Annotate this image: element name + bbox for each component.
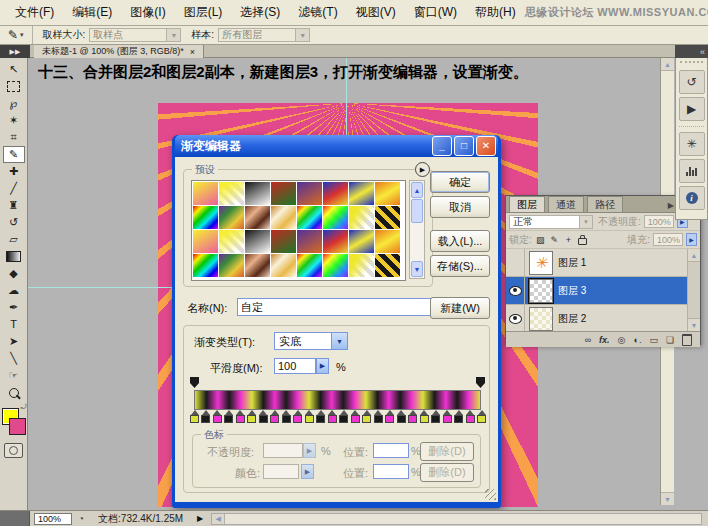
zoom-level-input[interactable]: 100%: [34, 513, 72, 525]
opacity-value[interactable]: 100%: [644, 215, 674, 228]
color-stop[interactable]: [443, 410, 452, 423]
history-brush-tool[interactable]: ↺: [3, 214, 25, 231]
dodge-tool[interactable]: ☁: [3, 282, 25, 299]
adjustment-layer-icon[interactable]: ◐.: [633, 335, 641, 345]
opacity-stop-right[interactable]: [476, 377, 485, 388]
info-panel-icon[interactable]: i: [679, 186, 705, 210]
color-stop[interactable]: [362, 410, 371, 423]
color-stop[interactable]: [247, 410, 256, 423]
gradient-preset[interactable]: [219, 230, 244, 253]
pen-tool[interactable]: ✒: [3, 299, 25, 316]
presets-scrollbar[interactable]: ▲ ▼: [409, 180, 425, 279]
layer-thumbnail[interactable]: [529, 279, 553, 303]
clone-stamp-tool[interactable]: ♜: [3, 197, 25, 214]
brush-tool[interactable]: ╱: [3, 180, 25, 197]
gradient-preset[interactable]: [219, 254, 244, 277]
zoom-tool[interactable]: [3, 384, 25, 401]
gradient-bar[interactable]: [194, 390, 481, 410]
navigator-panel-icon[interactable]: ✳: [679, 132, 705, 156]
visibility-toggle[interactable]: [506, 305, 525, 332]
delete-color-stop-button[interactable]: 删除(D): [420, 463, 474, 482]
color-stop[interactable]: [305, 410, 314, 423]
color-stop[interactable]: [213, 410, 222, 423]
color-stop[interactable]: [270, 410, 279, 423]
color-stop[interactable]: [477, 410, 486, 423]
opacity-stop-left[interactable]: [190, 377, 199, 388]
gradient-preset[interactable]: [245, 254, 270, 277]
color-stop[interactable]: [420, 410, 429, 423]
layer-row[interactable]: 图层 2: [506, 305, 700, 332]
line-tool[interactable]: ╲: [3, 350, 25, 367]
gradient-tool[interactable]: [3, 248, 25, 265]
color-stop[interactable]: [385, 410, 394, 423]
blur-tool[interactable]: ◆: [3, 265, 25, 282]
crop-tool[interactable]: ⌗: [3, 129, 25, 146]
smoothness-input[interactable]: 100: [274, 358, 316, 374]
color-stop[interactable]: [236, 410, 245, 423]
color-stop[interactable]: [466, 410, 475, 423]
gradient-preset[interactable]: [375, 206, 400, 229]
gradient-preset[interactable]: [323, 254, 348, 277]
layer-thumbnail[interactable]: ✳: [529, 251, 553, 275]
document-tab[interactable]: 未标题-1 @ 100% (图层 3, RGB/8)* ×: [34, 45, 204, 58]
color-stop[interactable]: [454, 410, 463, 423]
hand-tool[interactable]: ☞: [3, 367, 25, 384]
type-tool[interactable]: T: [3, 316, 25, 333]
history-panel-icon[interactable]: ↺: [679, 70, 705, 94]
gradient-preset[interactable]: [219, 182, 244, 205]
cancel-button[interactable]: 取消: [430, 196, 490, 218]
magic-wand-tool[interactable]: ✶: [3, 112, 25, 129]
layer-group-icon[interactable]: ▭: [649, 335, 658, 345]
color-stop[interactable]: [293, 410, 302, 423]
swap-colors-icon[interactable]: ⤾: [21, 403, 27, 411]
color-stop[interactable]: [259, 410, 268, 423]
lock-all-icon[interactable]: [577, 234, 588, 245]
stop-color-swatch[interactable]: [263, 464, 299, 479]
scroll-up-icon[interactable]: ▲: [661, 58, 674, 71]
gradient-preset[interactable]: [297, 182, 322, 205]
load-button[interactable]: 载入(L)...: [430, 230, 490, 252]
gradient-preset[interactable]: [245, 182, 270, 205]
close-icon[interactable]: ✕: [476, 136, 496, 156]
dialog-title-bar[interactable]: 渐变编辑器 _ □ ✕: [175, 135, 498, 157]
scroll-left-icon[interactable]: ◀: [212, 514, 225, 524]
ok-button[interactable]: 确定: [430, 171, 490, 193]
close-icon[interactable]: ×: [190, 47, 195, 57]
gradient-preset[interactable]: [193, 206, 218, 229]
gradient-preset[interactable]: [323, 182, 348, 205]
layer-style-icon[interactable]: fx.: [599, 335, 610, 345]
maximize-icon[interactable]: □: [454, 136, 474, 156]
color-stop[interactable]: [190, 410, 199, 423]
actions-panel-icon[interactable]: ▶: [679, 97, 705, 121]
color-stop[interactable]: [339, 410, 348, 423]
lock-position-icon[interactable]: +: [563, 234, 574, 245]
visibility-toggle[interactable]: [506, 277, 525, 304]
stop-opacity-input[interactable]: [263, 443, 303, 458]
sample-size-select[interactable]: 取样点 ▼: [89, 28, 181, 42]
gradient-preset[interactable]: [323, 230, 348, 253]
scroll-down-icon[interactable]: ▼: [661, 492, 674, 505]
active-tool-chip[interactable]: ✎ ▾: [0, 26, 33, 44]
lock-transparency-icon[interactable]: ▨: [535, 234, 546, 245]
gradient-preset[interactable]: [297, 206, 322, 229]
histogram-panel-icon[interactable]: [679, 159, 705, 183]
menu-item[interactable]: 帮助(H): [466, 1, 525, 24]
gradient-preset[interactable]: [349, 182, 374, 205]
color-stop[interactable]: [351, 410, 360, 423]
tab-channels[interactable]: 通道: [548, 196, 584, 212]
eyedropper-tool[interactable]: ✎: [3, 146, 25, 163]
new-layer-icon[interactable]: ❏: [666, 335, 674, 345]
path-selection-tool[interactable]: ➤: [3, 333, 25, 350]
color-stop[interactable]: [408, 410, 417, 423]
status-menu-icon[interactable]: ▶: [197, 514, 203, 523]
stop-location-input[interactable]: [373, 443, 409, 458]
delete-layer-icon[interactable]: [682, 334, 692, 346]
stop-opacity-spinner[interactable]: ▶: [303, 443, 316, 458]
menu-item[interactable]: 图像(I): [121, 1, 174, 24]
menu-item[interactable]: 文件(F): [6, 1, 63, 24]
tab-layers[interactable]: 图层: [509, 196, 545, 212]
smoothness-spinner[interactable]: ▶: [316, 358, 329, 374]
layer-thumbnail[interactable]: [529, 307, 553, 331]
gradient-preset[interactable]: [271, 254, 296, 277]
menu-item[interactable]: 窗口(W): [405, 1, 466, 24]
